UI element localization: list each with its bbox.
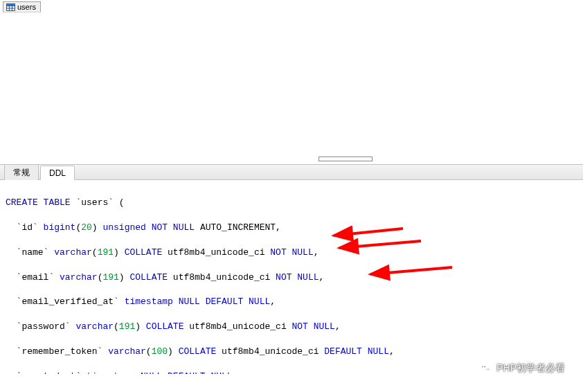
table-icon [6,3,15,11]
ddl-line: `created_at` timestamp NULL DEFAULT NULL… [6,371,577,374]
detail-tabs: 常规 DDL [0,165,583,180]
ddl-line: `name` varchar(191) COLLATE utf8mb4_unic… [6,247,577,259]
ddl-line: `id` bigint(20) unsigned NOT NULL AUTO_I… [6,222,577,234]
ddl-line: CREATE TABLE `users` ( [6,197,577,209]
object-browser-pane: users [0,0,583,165]
tab-ddl[interactable]: DDL [40,166,75,180]
ddl-editor[interactable]: CREATE TABLE `users` ( `id` bigint(20) u… [0,180,583,374]
ddl-line: `password` varchar(191) COLLATE utf8mb4_… [6,321,577,333]
ddl-line: `email_verified_at` timestamp NULL DEFAU… [6,296,577,308]
svg-rect-1 [6,3,15,6]
ddl-line: `email` varchar(191) COLLATE utf8mb4_uni… [6,271,577,284]
object-tab-users[interactable]: users [3,1,41,12]
tab-general[interactable]: 常规 [4,164,39,180]
object-tab-label: users [17,3,36,11]
splitter-handle[interactable] [319,157,373,161]
ddl-line: `remember_token` varchar(100) COLLATE ut… [6,346,577,358]
